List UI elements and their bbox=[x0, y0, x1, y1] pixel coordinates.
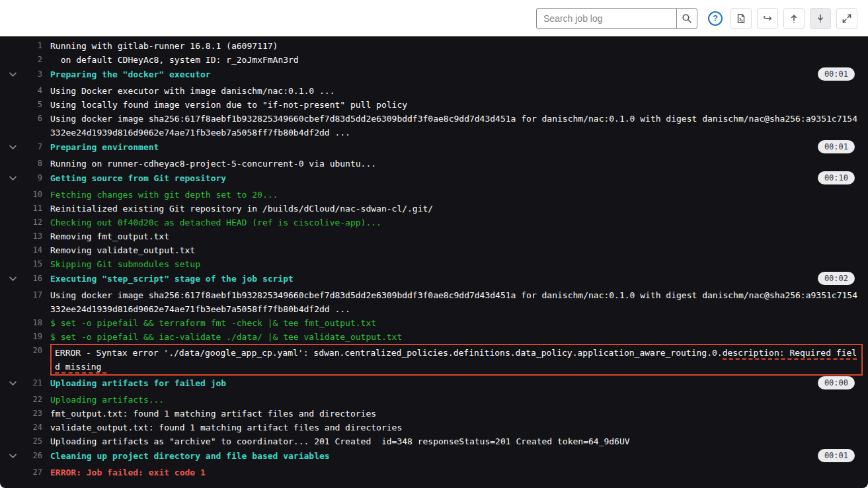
log-line: 8Running on runner-cdheyac8-project-5-co… bbox=[0, 157, 868, 171]
fullscreen-icon bbox=[842, 13, 852, 24]
log-line-text: Uploading artifacts as "archive" to coor… bbox=[50, 434, 859, 448]
gutter-spacer bbox=[0, 216, 25, 229]
log-line: 24validate_output.txt: found 1 matching … bbox=[0, 421, 868, 434]
line-number-link[interactable]: 14 bbox=[25, 243, 42, 257]
log-line: 17Using docker image sha256:617f8aebf1b9… bbox=[0, 288, 868, 316]
chevron-down-icon[interactable] bbox=[0, 376, 25, 390]
log-line-text: Checking out 0f40d20c as detached HEAD (… bbox=[50, 216, 859, 229]
fullscreen-button[interactable] bbox=[836, 8, 857, 29]
scroll-to-top-button[interactable] bbox=[783, 8, 805, 29]
search-input[interactable] bbox=[536, 8, 676, 29]
section-duration-badge: 00:01 bbox=[818, 449, 855, 462]
line-number-link[interactable]: 4 bbox=[25, 84, 42, 98]
log-line-text: Reinitialized existing Git repository in… bbox=[50, 202, 859, 216]
line-number-link[interactable]: 7 bbox=[25, 140, 42, 154]
log-line: 23fmt_output.txt: found 1 matching artif… bbox=[0, 407, 868, 421]
line-number-link[interactable]: 13 bbox=[25, 229, 42, 243]
line-number-link[interactable]: 12 bbox=[25, 216, 42, 229]
log-line-text: Uploading artifacts... bbox=[50, 393, 859, 407]
gutter-spacer bbox=[0, 466, 25, 479]
gutter-spacer bbox=[0, 344, 25, 358]
log-line-text: validate_output.txt: found 1 matching ar… bbox=[50, 421, 859, 434]
line-number-link[interactable]: 5 bbox=[25, 98, 42, 112]
line-number-link[interactable]: 25 bbox=[25, 434, 42, 448]
log-line-text: $ set -o pipefail && terraform fmt -chec… bbox=[50, 316, 859, 330]
gutter-spacer bbox=[0, 84, 25, 98]
line-number-link[interactable]: 6 bbox=[25, 112, 42, 126]
gutter-spacer bbox=[0, 39, 25, 53]
line-number-link[interactable]: 21 bbox=[25, 376, 42, 390]
log-line: 10Fetching changes with git depth set to… bbox=[0, 188, 868, 202]
log-line-text: Uploading artifacts for failed job bbox=[50, 376, 859, 390]
gutter-spacer bbox=[0, 157, 25, 171]
line-number-link[interactable]: 3 bbox=[25, 67, 42, 81]
gutter-spacer bbox=[0, 243, 25, 257]
log-line-text: $ set -o pipefail && iac-validate ./data… bbox=[50, 330, 859, 344]
log-line-text: Removing validate_output.txt bbox=[50, 243, 859, 257]
line-number-link[interactable]: 11 bbox=[25, 202, 42, 216]
log-line: 11Reinitialized existing Git repository … bbox=[0, 202, 868, 216]
show-raw-log-button[interactable] bbox=[730, 8, 752, 29]
log-line: 20ERROR - Syntax error './data/google_ap… bbox=[0, 344, 868, 376]
line-number-link[interactable]: 27 bbox=[25, 466, 42, 479]
chevron-down-icon[interactable] bbox=[0, 171, 25, 185]
line-number-link[interactable]: 26 bbox=[25, 449, 42, 463]
gutter-spacer bbox=[0, 288, 25, 302]
line-number-link[interactable]: 9 bbox=[25, 171, 42, 185]
log-line: 22Uploading artifacts... bbox=[0, 393, 868, 407]
log-line: 4Using Docker executor with image danisc… bbox=[0, 84, 868, 98]
scroll-to-bottom-button[interactable] bbox=[810, 8, 831, 29]
log-line: 25Uploading artifacts as "archive" to co… bbox=[0, 434, 868, 448]
chevron-down-icon[interactable] bbox=[0, 272, 25, 286]
log-line: 1Running with gitlab-runner 16.8.1 (a609… bbox=[0, 39, 868, 53]
chevron-down-icon[interactable] bbox=[0, 67, 25, 81]
log-line: 15Skipping Git submodules setup bbox=[0, 257, 868, 271]
log-line-text: Skipping Git submodules setup bbox=[50, 257, 859, 271]
line-number-link[interactable]: 16 bbox=[25, 272, 42, 286]
log-line-text: Running on runner-cdheyac8-project-5-con… bbox=[50, 157, 859, 171]
log-line: 7Preparing environment00:01 bbox=[0, 140, 868, 154]
log-line-text: Using locally found image version due to… bbox=[50, 98, 859, 112]
log-line: 3Preparing the "docker" executor00:01 bbox=[0, 67, 868, 81]
log-line: 12Checking out 0f40d20c as detached HEAD… bbox=[0, 216, 868, 229]
gutter-spacer bbox=[0, 421, 25, 434]
line-number-link[interactable]: 1 bbox=[25, 39, 42, 53]
search-icon bbox=[682, 13, 692, 24]
chevron-down-icon[interactable] bbox=[0, 140, 25, 154]
line-number-link[interactable]: 18 bbox=[25, 316, 42, 330]
scroll-to-top-icon bbox=[789, 13, 799, 24]
line-number-link[interactable]: 24 bbox=[25, 421, 42, 434]
line-number-link[interactable]: 19 bbox=[25, 330, 42, 344]
log-line: 16Executing "step_script" stage of the j… bbox=[0, 272, 868, 286]
line-number-link[interactable]: 8 bbox=[25, 157, 42, 171]
log-line: 9Getting source from Git repository00:10 bbox=[0, 171, 868, 185]
jump-to-failure-icon: ↪ bbox=[763, 13, 771, 24]
line-number-link[interactable]: 23 bbox=[25, 407, 42, 421]
log-line: 18$ set -o pipefail && terraform fmt -ch… bbox=[0, 316, 868, 330]
log-line-text: Running with gitlab-runner 16.8.1 (a6097… bbox=[50, 39, 859, 53]
jump-to-failure-button[interactable]: ↪ bbox=[757, 8, 778, 29]
log-line: 26Cleaning up project directory and file… bbox=[0, 449, 868, 463]
line-number-link[interactable]: 10 bbox=[25, 188, 42, 202]
search-submit-button[interactable] bbox=[676, 8, 697, 29]
job-log: 1Running with gitlab-runner 16.8.1 (a609… bbox=[0, 36, 868, 488]
log-line-text: Executing "step_script" stage of the job… bbox=[50, 272, 859, 286]
log-line-text: Cleaning up project directory and file b… bbox=[50, 449, 859, 463]
line-number-link[interactable]: 22 bbox=[25, 393, 42, 407]
section-duration-badge: 00:02 bbox=[818, 272, 855, 285]
log-line-text: Preparing the "docker" executor bbox=[50, 67, 859, 81]
log-line-text: Fetching changes with git depth set to 2… bbox=[50, 188, 859, 202]
gutter-spacer bbox=[0, 316, 25, 330]
chevron-down-icon[interactable] bbox=[0, 449, 25, 463]
line-number-link[interactable]: 20 bbox=[25, 344, 42, 358]
job-log-toolbar: ? ↪ bbox=[0, 0, 868, 36]
help-icon[interactable]: ? bbox=[708, 11, 723, 26]
line-number-link[interactable]: 2 bbox=[25, 53, 42, 67]
gutter-spacer bbox=[0, 229, 25, 243]
log-line: 19$ set -o pipefail && iac-validate ./da… bbox=[0, 330, 868, 344]
log-line: 13Removing fmt_output.txt bbox=[0, 229, 868, 243]
line-number-link[interactable]: 15 bbox=[25, 257, 42, 271]
gutter-spacer bbox=[0, 53, 25, 67]
line-number-link[interactable]: 17 bbox=[25, 288, 42, 302]
raw-log-file-icon bbox=[736, 13, 746, 24]
